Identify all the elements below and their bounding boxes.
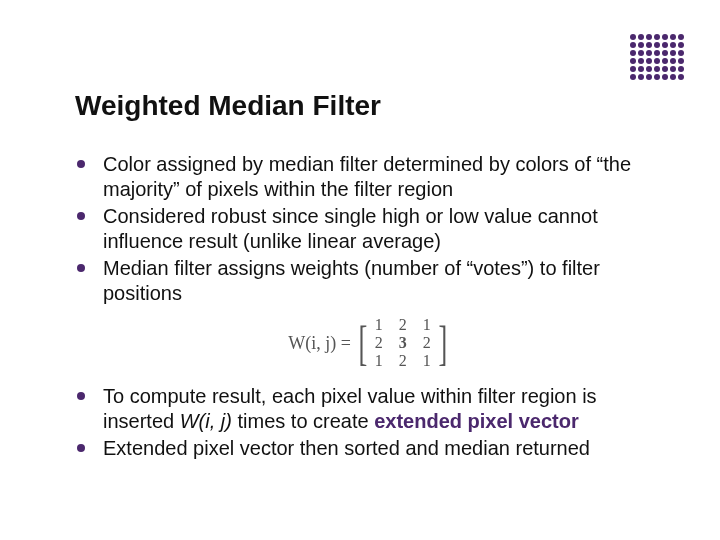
decor-dot-icon [662, 34, 668, 40]
slide-title: Weighted Median Filter [75, 90, 660, 122]
inline-italic: W(i, j) [180, 410, 232, 432]
decor-dot-icon [670, 74, 676, 80]
decor-dot-icon [678, 42, 684, 48]
decor-dot-icon [646, 58, 652, 64]
decor-dot-icon [654, 34, 660, 40]
decor-dot-icon [670, 58, 676, 64]
decor-dot-grid [630, 34, 686, 82]
decor-dot-icon [630, 50, 636, 56]
bullet-item: Extended pixel vector then sorted and me… [75, 436, 660, 461]
bullet-item: Considered robust since single high or l… [75, 204, 660, 254]
bracket-right-icon: ] [438, 319, 447, 367]
decor-dot-icon [678, 66, 684, 72]
matrix-cell: 1 [367, 316, 391, 334]
decor-dot-icon [638, 42, 644, 48]
decor-dot-icon [646, 42, 652, 48]
matrix-cell: 2 [391, 316, 415, 334]
decor-dot-icon [662, 50, 668, 56]
decor-dot-icon [678, 34, 684, 40]
decor-dot-icon [670, 42, 676, 48]
bracket-left-icon: [ [358, 319, 367, 367]
decor-dot-icon [678, 74, 684, 80]
matrix-cell: 2 [367, 334, 391, 352]
matrix-cell: 1 [367, 352, 391, 370]
decor-dot-icon [678, 58, 684, 64]
decor-dot-icon [630, 58, 636, 64]
slide: Weighted Median Filter Color assigned by… [0, 0, 720, 540]
bullet-list-bottom: To compute result, each pixel value with… [75, 384, 660, 461]
decor-dot-icon [654, 50, 660, 56]
matrix-cell: 1 [415, 352, 439, 370]
bullet-text: times to create [232, 410, 374, 432]
weight-matrix: W(i, j) = [ 1 2 1 2 3 2 1 2 1 [75, 316, 660, 370]
decor-dot-icon [630, 42, 636, 48]
matrix-cell-center: 3 [391, 334, 415, 352]
decor-dot-icon [670, 50, 676, 56]
decor-dot-icon [646, 50, 652, 56]
bullet-item: Median filter assigns weights (number of… [75, 256, 660, 306]
decor-dot-icon [654, 42, 660, 48]
decor-dot-icon [670, 66, 676, 72]
bullet-item: Color assigned by median filter determin… [75, 152, 660, 202]
decor-dot-icon [646, 74, 652, 80]
decor-dot-icon [646, 66, 652, 72]
decor-dot-icon [662, 42, 668, 48]
decor-dot-icon [630, 74, 636, 80]
matrix-cell: 1 [415, 316, 439, 334]
decor-dot-icon [630, 66, 636, 72]
decor-dot-icon [662, 66, 668, 72]
decor-dot-icon [646, 34, 652, 40]
decor-dot-icon [678, 50, 684, 56]
decor-dot-icon [630, 34, 636, 40]
decor-dot-icon [670, 34, 676, 40]
inline-accent: extended pixel vector [374, 410, 579, 432]
decor-dot-icon [662, 74, 668, 80]
decor-dot-icon [638, 58, 644, 64]
matrix-table: 1 2 1 2 3 2 1 2 1 [367, 316, 439, 370]
matrix-lhs: W(i, j) = [288, 333, 351, 354]
decor-dot-icon [638, 74, 644, 80]
decor-dot-icon [654, 58, 660, 64]
decor-dot-icon [638, 66, 644, 72]
decor-dot-icon [638, 50, 644, 56]
decor-dot-icon [654, 66, 660, 72]
decor-dot-icon [662, 58, 668, 64]
bullet-item: To compute result, each pixel value with… [75, 384, 660, 434]
bullet-list-top: Color assigned by median filter determin… [75, 152, 660, 306]
matrix-cell: 2 [391, 352, 415, 370]
decor-dot-icon [654, 74, 660, 80]
matrix-cell: 2 [415, 334, 439, 352]
decor-dot-icon [638, 34, 644, 40]
